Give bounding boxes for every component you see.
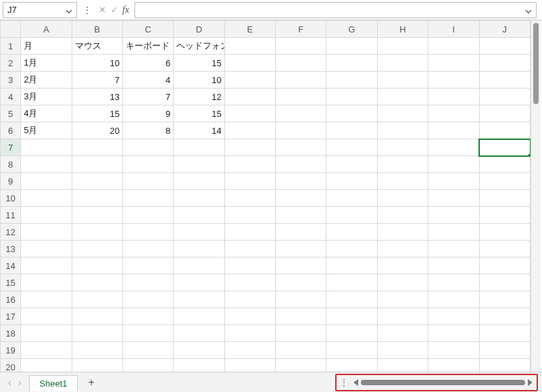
cell-E6[interactable] (224, 122, 275, 139)
horizontal-scrollbar[interactable] (361, 380, 525, 385)
cell-H2[interactable] (377, 55, 428, 72)
cell-G2[interactable] (326, 55, 377, 72)
cell-C12[interactable] (122, 224, 173, 241)
cell-I7[interactable] (428, 139, 479, 156)
row-head-6[interactable]: 6 (1, 122, 21, 139)
cell-A19[interactable] (21, 342, 72, 359)
cell-F1[interactable] (276, 38, 326, 55)
cell-C19[interactable] (122, 342, 173, 359)
cell-B13[interactable] (72, 241, 122, 258)
cell-F16[interactable] (276, 291, 326, 308)
cell-G10[interactable] (326, 190, 377, 207)
chevron-down-icon[interactable] (525, 7, 532, 14)
cell-C11[interactable] (122, 207, 173, 224)
cell-D9[interactable] (174, 173, 224, 190)
cell-I12[interactable] (428, 224, 479, 241)
cell-D3[interactable]: 10 (174, 72, 224, 89)
col-head-A[interactable]: A (21, 21, 72, 38)
cell-G18[interactable] (326, 325, 377, 342)
row-head-10[interactable]: 10 (1, 190, 21, 207)
cell-F7[interactable] (276, 139, 326, 156)
cell-G5[interactable] (326, 105, 377, 122)
cell-A7[interactable] (21, 139, 72, 156)
cell-F3[interactable] (276, 72, 326, 89)
cell-H12[interactable] (377, 224, 428, 241)
cell-D7[interactable] (174, 139, 224, 156)
cell-H1[interactable] (377, 38, 428, 55)
cell-E12[interactable] (224, 224, 275, 241)
select-all-corner[interactable] (1, 21, 21, 38)
cell-B19[interactable] (72, 342, 122, 359)
cell-D16[interactable] (174, 291, 224, 308)
row-head-16[interactable]: 16 (1, 291, 21, 308)
cell-J17[interactable] (479, 308, 530, 325)
cell-G16[interactable] (326, 291, 377, 308)
cell-J1[interactable] (479, 38, 530, 55)
cell-H17[interactable] (377, 308, 428, 325)
cell-B3[interactable]: 7 (72, 72, 122, 89)
vertical-dots-icon[interactable]: ⋮ (80, 5, 94, 16)
col-head-C[interactable]: C (122, 21, 173, 38)
cell-F12[interactable] (276, 224, 326, 241)
cell-I16[interactable] (428, 291, 479, 308)
cell-A11[interactable] (21, 207, 72, 224)
cell-C14[interactable] (122, 258, 173, 274)
cell-F6[interactable] (276, 122, 326, 139)
cell-A3[interactable]: 2月 (21, 72, 72, 89)
cell-B2[interactable]: 10 (72, 55, 122, 72)
cell-A10[interactable] (21, 190, 72, 207)
cell-E11[interactable] (224, 207, 275, 224)
cell-A13[interactable] (21, 241, 72, 258)
col-head-I[interactable]: I (428, 21, 479, 38)
horizontal-scrollbar-thumb[interactable] (361, 380, 525, 385)
cell-A6[interactable]: 5月 (21, 122, 72, 139)
cell-J2[interactable] (479, 55, 530, 72)
cell-G3[interactable] (326, 72, 377, 89)
cell-H10[interactable] (377, 190, 428, 207)
cell-I11[interactable] (428, 207, 479, 224)
cell-E2[interactable] (224, 55, 275, 72)
cell-B5[interactable]: 15 (72, 105, 122, 122)
cell-C9[interactable] (122, 173, 173, 190)
cell-D15[interactable] (174, 274, 224, 291)
cell-H4[interactable] (377, 89, 428, 105)
vertical-scrollbar[interactable] (531, 20, 541, 372)
scroll-left-icon[interactable] (353, 379, 358, 386)
cell-B4[interactable]: 13 (72, 89, 122, 105)
cell-J16[interactable] (479, 291, 530, 308)
cell-H14[interactable] (377, 258, 428, 274)
row-head-18[interactable]: 18 (1, 325, 21, 342)
cell-F8[interactable] (276, 156, 326, 173)
col-head-G[interactable]: G (326, 21, 377, 38)
cell-G9[interactable] (326, 173, 377, 190)
cell-I17[interactable] (428, 308, 479, 325)
cell-J9[interactable] (479, 173, 530, 190)
cell-I14[interactable] (428, 258, 479, 274)
cell-I6[interactable] (428, 122, 479, 139)
cell-A2[interactable]: 1月 (21, 55, 72, 72)
cell-I8[interactable] (428, 156, 479, 173)
cell-H8[interactable] (377, 156, 428, 173)
cell-J13[interactable] (479, 241, 530, 258)
cell-F9[interactable] (276, 173, 326, 190)
cell-D12[interactable] (174, 224, 224, 241)
cell-J7[interactable] (479, 139, 530, 156)
cell-I15[interactable] (428, 274, 479, 291)
row-head-3[interactable]: 3 (1, 72, 21, 89)
cell-C3[interactable]: 4 (122, 72, 173, 89)
cell-B6[interactable]: 20 (72, 122, 122, 139)
cell-H11[interactable] (377, 207, 428, 224)
name-box[interactable]: J7 (3, 2, 77, 18)
cell-D18[interactable] (174, 325, 224, 342)
cell-F11[interactable] (276, 207, 326, 224)
cell-E7[interactable] (224, 139, 275, 156)
cell-B15[interactable] (72, 274, 122, 291)
sheet-next-icon[interactable]: › (18, 377, 22, 388)
cell-G6[interactable] (326, 122, 377, 139)
cell-I9[interactable] (428, 173, 479, 190)
cell-J15[interactable] (479, 274, 530, 291)
col-head-H[interactable]: H (377, 21, 428, 38)
cell-A15[interactable] (21, 274, 72, 291)
cell-F14[interactable] (276, 258, 326, 274)
cell-B9[interactable] (72, 173, 122, 190)
